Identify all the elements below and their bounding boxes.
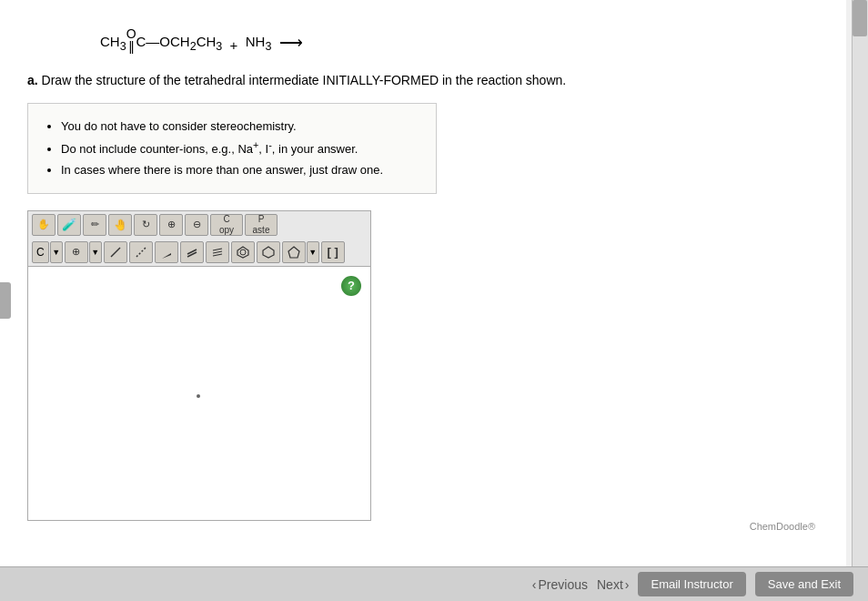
single-bond-icon bbox=[109, 246, 122, 259]
bold-bond-tool[interactable] bbox=[155, 241, 178, 263]
svg-line-6 bbox=[213, 251, 222, 253]
paste-tool[interactable]: Paste bbox=[245, 214, 278, 236]
pentagon-tool[interactable] bbox=[282, 241, 306, 263]
svg-marker-2 bbox=[162, 253, 171, 259]
plus-bond-tool[interactable]: ⊕ bbox=[65, 241, 88, 263]
zoom-in-icon: ⊕ bbox=[167, 219, 176, 230]
double-bond-tool[interactable] bbox=[180, 241, 204, 263]
carbonyl-oxygen: O bbox=[126, 27, 136, 40]
benzene-ring-tool[interactable] bbox=[231, 241, 255, 263]
zoom-in-tool[interactable]: ⊕ bbox=[159, 214, 183, 236]
flask-icon: 🧪 bbox=[62, 218, 76, 231]
triple-bond-icon bbox=[211, 246, 224, 259]
hand-icon: ✋ bbox=[37, 219, 50, 230]
chevron-left-icon: ‹ bbox=[532, 577, 537, 592]
scrollbar-thumb[interactable] bbox=[853, 0, 867, 36]
svg-line-1 bbox=[136, 248, 146, 257]
lasso-tool[interactable]: 🤚 bbox=[108, 214, 132, 236]
next-link[interactable]: Next › bbox=[597, 577, 629, 592]
bracket-icon: [ ] bbox=[328, 245, 338, 259]
drawing-canvas[interactable]: ? bbox=[27, 266, 371, 521]
scrollbar[interactable] bbox=[852, 0, 868, 601]
reaction-nh3: NH3 bbox=[246, 34, 272, 53]
carbonyl-group: O ‖ bbox=[126, 27, 136, 53]
redo-icon: ↻ bbox=[142, 219, 150, 230]
help-button[interactable]: ? bbox=[341, 276, 361, 296]
hint-1: You do not have to consider stereochemis… bbox=[61, 117, 419, 137]
double-bond-icon bbox=[186, 246, 198, 259]
toolbar-row2: C ▼ ⊕ ▼ bbox=[27, 239, 371, 266]
svg-marker-10 bbox=[263, 247, 274, 258]
toolbar-row1: ✋ 🧪 ✏ 🤚 ↻ ⊕ ⊖ Copy Paste bbox=[27, 210, 371, 239]
triple-bond-tool[interactable] bbox=[206, 241, 229, 263]
question-text: a. Draw the structure of the tetrahedral… bbox=[27, 71, 819, 90]
pencil-icon: ✏ bbox=[91, 219, 99, 230]
carbonyl-double-bond: ‖ bbox=[128, 40, 135, 53]
email-instructor-label: Email Instructor bbox=[651, 577, 732, 591]
dashed-bond-icon bbox=[135, 246, 147, 259]
dashed-bond-tool[interactable] bbox=[129, 241, 153, 263]
next-label: Next bbox=[597, 577, 623, 592]
bracket-tool[interactable]: [ ] bbox=[321, 241, 345, 263]
svg-marker-11 bbox=[288, 247, 299, 258]
email-instructor-button[interactable]: Email Instructor bbox=[638, 572, 745, 596]
chemdoodle-credit: ChemDoodle® bbox=[27, 521, 819, 532]
pentagon-icon bbox=[287, 245, 301, 260]
hints-list: You do not have to consider stereochemis… bbox=[45, 117, 419, 180]
save-exit-label: Save and Exit bbox=[768, 577, 841, 591]
question-body: Draw the structure of the tetrahedral in… bbox=[42, 73, 567, 87]
cyclohexane-tool[interactable] bbox=[257, 241, 280, 263]
cyclohexane-icon bbox=[261, 245, 276, 260]
svg-marker-8 bbox=[237, 247, 248, 258]
element-dropdown-arrow[interactable]: ▼ bbox=[50, 241, 63, 263]
copy-tool[interactable]: Copy bbox=[210, 214, 243, 236]
chemdoodle-text: ChemDoodle® bbox=[750, 521, 815, 532]
zoom-out-icon: ⊖ bbox=[193, 219, 201, 230]
hints-box: You do not have to consider stereochemis… bbox=[27, 103, 437, 194]
hint-3: In cases where there is more than one an… bbox=[61, 160, 419, 180]
bold-bond-icon bbox=[160, 246, 173, 259]
left-panel-handle[interactable] bbox=[0, 282, 11, 319]
lasso-icon: 🤚 bbox=[114, 219, 127, 231]
reaction-ch3: CH3 bbox=[100, 34, 126, 53]
svg-line-7 bbox=[213, 254, 222, 256]
bond-order-arrow[interactable]: ▼ bbox=[89, 241, 102, 263]
zoom-out-tool[interactable]: ⊖ bbox=[185, 214, 208, 236]
question-label: a. bbox=[27, 73, 38, 87]
element-label: C bbox=[36, 246, 45, 259]
redo-tool[interactable]: ↻ bbox=[134, 214, 157, 236]
element-dropdown[interactable]: C bbox=[32, 241, 49, 263]
bottom-bar: ‹ Previous Next › Email Instructor Save … bbox=[0, 566, 868, 601]
previous-label: Previous bbox=[539, 577, 588, 592]
single-bond-tool[interactable] bbox=[104, 241, 127, 263]
plus-bond-icon: ⊕ bbox=[72, 246, 80, 258]
canvas-dot bbox=[197, 394, 200, 398]
bond-order-selector[interactable]: ⊕ ▼ bbox=[65, 241, 102, 263]
previous-link[interactable]: ‹ Previous bbox=[532, 577, 588, 592]
svg-line-0 bbox=[111, 248, 120, 257]
ring-dropdown-arrow[interactable]: ▼ bbox=[307, 241, 319, 263]
svg-line-5 bbox=[213, 249, 222, 250]
benzene-icon bbox=[236, 245, 250, 260]
reaction-equation: CH3 O ‖ C—OCH2CH3 + NH3 ⟶ bbox=[100, 27, 819, 53]
flask-tool[interactable]: 🧪 bbox=[57, 214, 81, 236]
help-icon: ? bbox=[348, 279, 355, 292]
reaction-arrow: ⟶ bbox=[279, 33, 303, 53]
save-exit-button[interactable]: Save and Exit bbox=[755, 572, 853, 596]
hint-2: Do not include counter-ions, e.g., Na+, … bbox=[61, 137, 419, 159]
paste-icon: Paste bbox=[253, 214, 270, 236]
pencil-tool[interactable]: ✏ bbox=[83, 214, 106, 236]
reaction-rest: C—OCH2CH3 bbox=[136, 34, 223, 53]
copy-icon: Copy bbox=[219, 214, 234, 236]
hand-tool[interactable]: ✋ bbox=[32, 214, 56, 236]
ring-selector[interactable]: ▼ bbox=[282, 241, 319, 263]
chevron-right-icon: › bbox=[625, 577, 630, 592]
element-selector[interactable]: C ▼ bbox=[32, 241, 63, 263]
reaction-plus: + bbox=[230, 37, 238, 53]
svg-point-9 bbox=[240, 250, 246, 255]
